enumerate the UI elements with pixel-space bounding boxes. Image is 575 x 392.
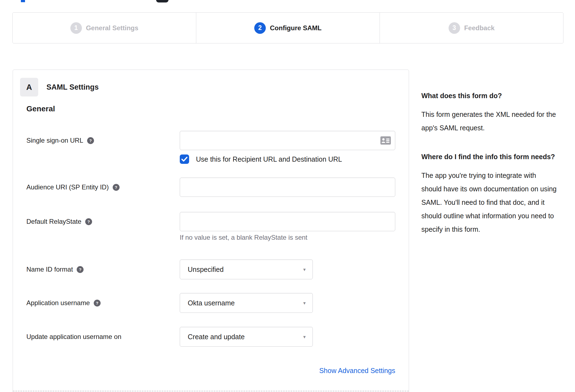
show-advanced-settings-link[interactable]: Show Advanced Settings <box>319 367 395 374</box>
name-id-format-label: Name ID format ? <box>26 266 180 273</box>
default-relaystate-row: Default RelayState ? <box>13 212 409 231</box>
help-icon[interactable]: ? <box>113 184 120 191</box>
step-2-label: Configure SAML <box>270 24 322 32</box>
audience-uri-input[interactable] <box>180 178 395 197</box>
chevron-down-icon: ▼ <box>302 335 306 339</box>
audience-uri-label: Audience URI (SP Entity ID) ? <box>26 183 180 191</box>
step-2-number-badge: 2 <box>254 22 266 34</box>
sidebar-question-1: What does this form do? <box>421 90 557 102</box>
name-id-format-select[interactable]: Unspecified ▼ <box>180 260 313 279</box>
step-1-label: General Settings <box>86 24 139 32</box>
recipient-url-checkbox-label: Use this for Recipient URL and Destinati… <box>196 155 342 163</box>
single-sign-on-url-field-wrap <box>180 131 395 150</box>
default-relaystate-input[interactable] <box>180 212 395 231</box>
checkmark-icon <box>181 157 187 162</box>
general-group-heading: General <box>26 104 55 113</box>
chevron-down-icon: ▼ <box>302 301 306 305</box>
single-sign-on-url-row: Single sign-on URL ? <box>13 131 409 150</box>
help-sidebar: What does this form do? This form genera… <box>421 90 557 236</box>
default-relaystate-field-wrap <box>180 212 395 231</box>
help-icon[interactable]: ? <box>87 137 94 144</box>
application-username-select[interactable]: Okta username ▼ <box>180 293 313 313</box>
update-username-value: Create and update <box>188 333 245 341</box>
audience-uri-row: Audience URI (SP Entity ID) ? <box>13 178 409 197</box>
help-icon[interactable]: ? <box>77 266 84 273</box>
cutoff-blue-artifact <box>21 0 25 2</box>
application-username-label: Application username ? <box>26 299 180 307</box>
step-3-number-badge: 3 <box>449 22 460 34</box>
name-id-format-row: Name ID format ? Unspecified ▼ <box>13 260 409 279</box>
saml-settings-panel: A SAML Settings General Single sign-on U… <box>13 70 409 392</box>
chevron-down-icon: ▼ <box>302 267 306 272</box>
help-icon[interactable]: ? <box>85 218 92 225</box>
wizard-stepper: 1 General Settings 2 Configure SAML 3 Fe… <box>12 12 563 43</box>
recipient-url-checkbox[interactable] <box>180 154 189 164</box>
contact-card-icon[interactable] <box>380 136 391 145</box>
sidebar-answer-2: The app you're trying to integrate with … <box>421 169 557 236</box>
single-sign-on-url-input[interactable] <box>180 131 395 150</box>
section-a-badge: A <box>20 78 38 96</box>
advanced-link-row: Show Advanced Settings <box>180 367 395 375</box>
update-username-row: Update application username on Create an… <box>13 327 409 347</box>
section-header: A SAML Settings <box>20 78 99 96</box>
step-1-number-badge: 1 <box>70 22 82 34</box>
dashed-section-separator <box>13 391 409 391</box>
name-id-format-value: Unspecified <box>188 266 224 274</box>
step-configure-saml[interactable]: 2 Configure SAML <box>196 13 380 43</box>
step-3-label: Feedback <box>464 24 495 32</box>
single-sign-on-url-label: Single sign-on URL ? <box>26 137 180 144</box>
update-username-select[interactable]: Create and update ▼ <box>180 327 313 347</box>
sidebar-question-2: Where do I find the info this form needs… <box>421 151 557 163</box>
relaystate-hint: If no value is set, a blank RelayState i… <box>180 234 307 241</box>
default-relaystate-label: Default RelayState ? <box>26 218 180 225</box>
step-general-settings[interactable]: 1 General Settings <box>13 13 196 43</box>
audience-uri-field-wrap <box>180 178 395 197</box>
step-feedback[interactable]: 3 Feedback <box>380 13 563 43</box>
application-username-value: Okta username <box>188 299 235 307</box>
recipient-url-checkbox-row: Use this for Recipient URL and Destinati… <box>13 153 409 165</box>
sidebar-answer-1: This form generates the XML needed for t… <box>421 108 557 135</box>
update-username-label: Update application username on <box>26 333 180 341</box>
help-icon[interactable]: ? <box>94 300 101 307</box>
cutoff-dark-artifact <box>156 0 168 2</box>
section-title: SAML Settings <box>46 83 99 92</box>
application-username-row: Application username ? Okta username ▼ <box>13 293 409 313</box>
